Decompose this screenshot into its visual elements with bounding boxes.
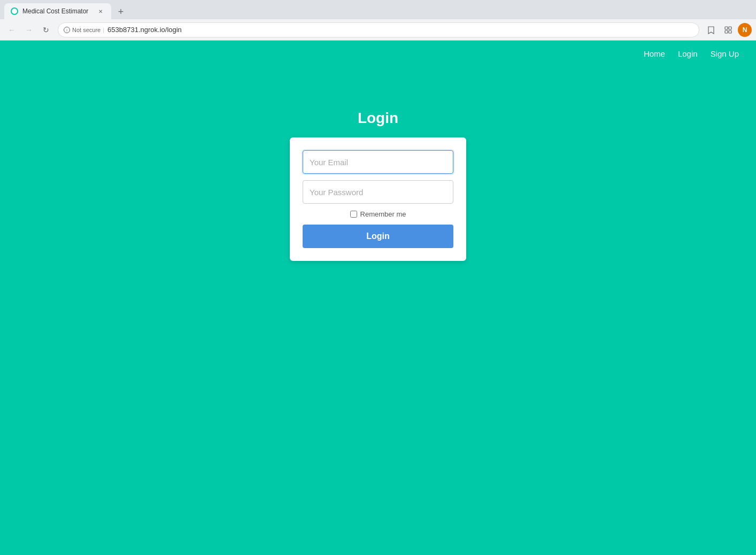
svg-text:i: i — [66, 28, 67, 32]
login-card: Remember me Login — [290, 137, 466, 261]
login-section: Login Remember me Login — [0, 67, 756, 261]
tab-favicon — [11, 7, 18, 15]
extensions-button[interactable] — [721, 22, 736, 37]
address-text: 653b8731.ngrok.io/login — [107, 26, 182, 34]
navbar: Home Login Sign Up — [0, 41, 756, 67]
tab-close-button[interactable]: ✕ — [96, 7, 105, 16]
remember-me-label: Remember me — [360, 210, 406, 218]
nav-login-link[interactable]: Login — [678, 49, 698, 58]
nav-home-link[interactable]: Home — [644, 49, 665, 58]
security-indicator: i Not secure | — [64, 27, 104, 33]
address-bar[interactable]: i Not secure | 653b8731.ngrok.io/login — [58, 22, 699, 37]
browser-chrome: Medical Cost Estimator ✕ + ← → ↻ i Not s… — [0, 0, 756, 41]
svg-point-0 — [12, 9, 17, 14]
back-button[interactable]: ← — [4, 22, 19, 37]
active-tab[interactable]: Medical Cost Estimator ✕ — [4, 3, 111, 19]
svg-rect-3 — [725, 27, 728, 29]
profile-avatar[interactable]: N — [738, 23, 752, 37]
login-title: Login — [358, 110, 398, 127]
svg-rect-4 — [729, 27, 731, 29]
nav-signup-link[interactable]: Sign Up — [711, 49, 739, 58]
remember-row: Remember me — [303, 210, 453, 218]
svg-rect-5 — [725, 30, 728, 33]
email-input[interactable] — [303, 150, 453, 174]
refresh-button[interactable]: ↻ — [38, 22, 53, 37]
toolbar-right: N — [704, 22, 752, 37]
tab-bar: Medical Cost Estimator ✕ + — [0, 0, 756, 19]
page-content: Home Login Sign Up Login Remember me Log… — [0, 41, 756, 555]
bookmark-button[interactable] — [704, 22, 719, 37]
svg-rect-6 — [729, 30, 731, 33]
login-button[interactable]: Login — [303, 225, 453, 248]
forward-button[interactable]: → — [21, 22, 36, 37]
browser-toolbar: ← → ↻ i Not secure | 653b8731.ngrok.io/l… — [0, 19, 756, 41]
remember-me-checkbox[interactable] — [350, 211, 357, 218]
tab-title: Medical Cost Estimator — [22, 7, 92, 15]
password-input[interactable] — [303, 180, 453, 204]
new-tab-button[interactable]: + — [113, 4, 128, 19]
